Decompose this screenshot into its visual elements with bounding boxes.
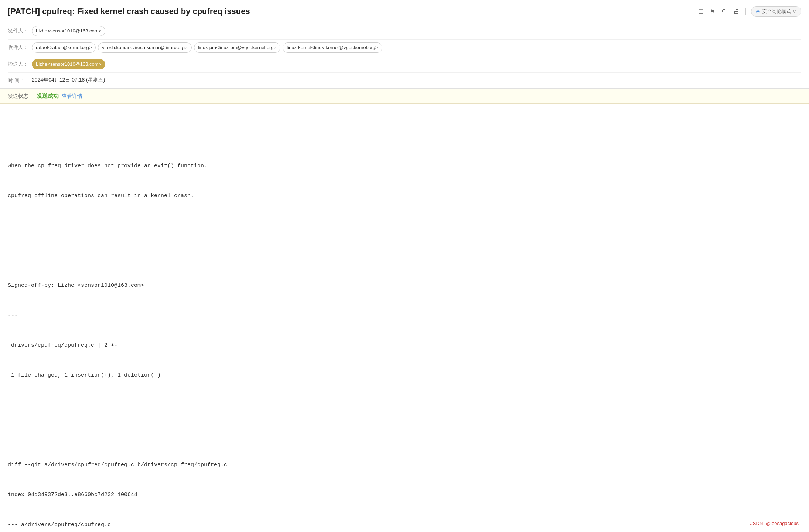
cc-value: Lizhe<sensor1010@163.com> xyxy=(32,59,105,69)
email-container: [PATCH] cpufreq: Fixed kernel crash caus… xyxy=(0,0,809,532)
clock-icon[interactable]: ⏱ xyxy=(720,7,728,16)
shield-icon: ⊕ xyxy=(756,8,760,14)
from-label: 发件人： xyxy=(8,26,32,35)
bookmark-icon[interactable]: ☐ xyxy=(697,7,705,16)
time-label: 时 间： xyxy=(8,76,32,85)
to-row: 收件人： rafael<rafael@kernel.org> viresh.ku… xyxy=(8,39,801,56)
cc-row: 抄送人： Lizhe<sensor1010@163.com> xyxy=(8,56,801,72)
time-value: 2024年04月12日 07:18 (星期五) xyxy=(32,76,105,85)
email-title: [PATCH] cpufreq: Fixed kernel crash caus… xyxy=(8,7,692,16)
print-icon[interactable]: 🖨 xyxy=(732,7,740,16)
body-line-1 xyxy=(8,131,801,141)
body-spacer-1 xyxy=(8,221,801,231)
title-row: [PATCH] cpufreq: Fixed kernel crash caus… xyxy=(8,6,801,17)
body-diff-stat-2: 1 file changed, 1 insertion(+), 1 deleti… xyxy=(8,370,801,380)
cc-label: 抄送人： xyxy=(8,59,32,69)
page-footer: CSDN @leesagacious xyxy=(749,521,800,526)
body-spacer-4 xyxy=(8,430,801,440)
body-line-3: cpufreq offline operations can result in… xyxy=(8,191,801,201)
to-recipient-2[interactable]: viresh.kumar<viresh.kumar@linaro.org> xyxy=(98,42,191,53)
safe-mode-button[interactable]: ⊕ 安全浏览模式 ∨ xyxy=(751,6,801,17)
to-label: 收件人： xyxy=(8,42,32,52)
to-recipient-3[interactable]: linux-pm<linux-pm@vger.kernel.org> xyxy=(194,42,281,53)
flag-icon[interactable]: ⚑ xyxy=(709,7,717,16)
body-separator: --- xyxy=(8,310,801,320)
cc-email-tag[interactable]: Lizhe<sensor1010@163.com> xyxy=(32,59,105,69)
status-success-text: 发送成功 xyxy=(37,93,59,100)
body-signoff: Signed-off-by: Lizhe <sensor1010@163.com… xyxy=(8,281,801,291)
status-label: 发送状态： xyxy=(8,93,34,100)
from-row: 发件人： Lizhe<sensor1010@163.com> xyxy=(8,23,801,39)
body-line-2: When the cpufreq_driver does not provide… xyxy=(8,161,801,171)
to-recipient-4[interactable]: linux-kernel<linux-kernel@vger.kernel.or… xyxy=(283,42,382,53)
time-row: 时 间： 2024年04月12日 07:18 (星期五) xyxy=(8,72,801,88)
body-spacer-2 xyxy=(8,251,801,261)
to-recipients: rafael<rafael@kernel.org> viresh.kumar<v… xyxy=(32,42,382,53)
email-header: [PATCH] cpufreq: Fixed kernel crash caus… xyxy=(0,0,809,89)
email-body: When the cpufreq_driver does not provide… xyxy=(0,104,809,532)
status-bar: 发送状态： 发送成功 查看详情 xyxy=(0,89,809,104)
chevron-down-icon: ∨ xyxy=(793,9,796,14)
body-diff-index: index 04d349372de3..e8660bc7d232 100644 xyxy=(8,490,801,500)
body-diff-stat-1: drivers/cpufreq/cpufreq.c | 2 +- xyxy=(8,340,801,350)
safe-mode-label: 安全浏览模式 xyxy=(762,8,791,15)
body-diff-header: diff --git a/drivers/cpufreq/cpufreq.c b… xyxy=(8,460,801,470)
footer-brand: CSDN xyxy=(749,521,763,526)
status-detail-link[interactable]: 查看详情 xyxy=(62,93,82,100)
body-diff-from: --- a/drivers/cpufreq/cpufreq.c xyxy=(8,520,801,530)
from-value: Lizhe<sensor1010@163.com> xyxy=(32,26,105,36)
divider xyxy=(745,8,746,15)
title-icons: ☐ ⚑ ⏱ 🖨 ⊕ 安全浏览模式 ∨ xyxy=(697,6,801,17)
footer-username: @leesagacious xyxy=(766,521,799,526)
to-recipient-1[interactable]: rafael<rafael@kernel.org> xyxy=(32,42,96,53)
from-email-tag[interactable]: Lizhe<sensor1010@163.com> xyxy=(32,26,105,36)
body-spacer-3 xyxy=(8,400,801,410)
